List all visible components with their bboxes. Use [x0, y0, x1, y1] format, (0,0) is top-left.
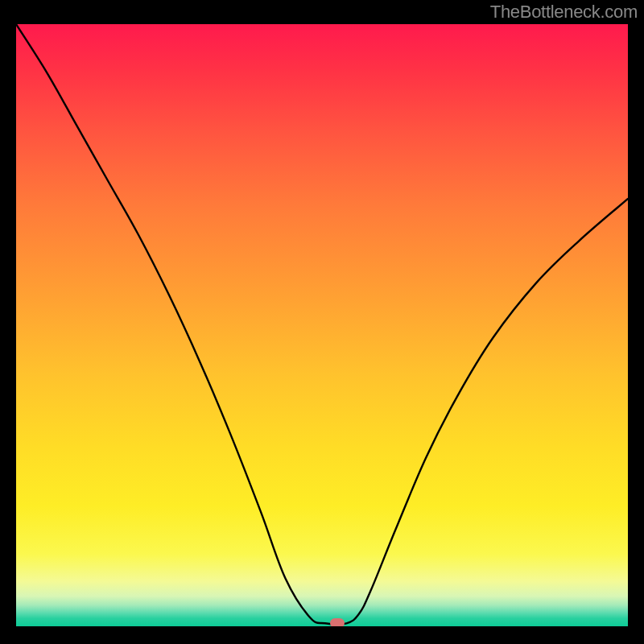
curve-path	[16, 24, 628, 625]
plot-area	[16, 24, 628, 626]
attribution-text: TheBottleneck.com	[490, 2, 638, 23]
chart-frame: TheBottleneck.com	[0, 0, 644, 644]
bottleneck-curve	[16, 24, 628, 626]
optimal-point-marker	[330, 618, 345, 626]
